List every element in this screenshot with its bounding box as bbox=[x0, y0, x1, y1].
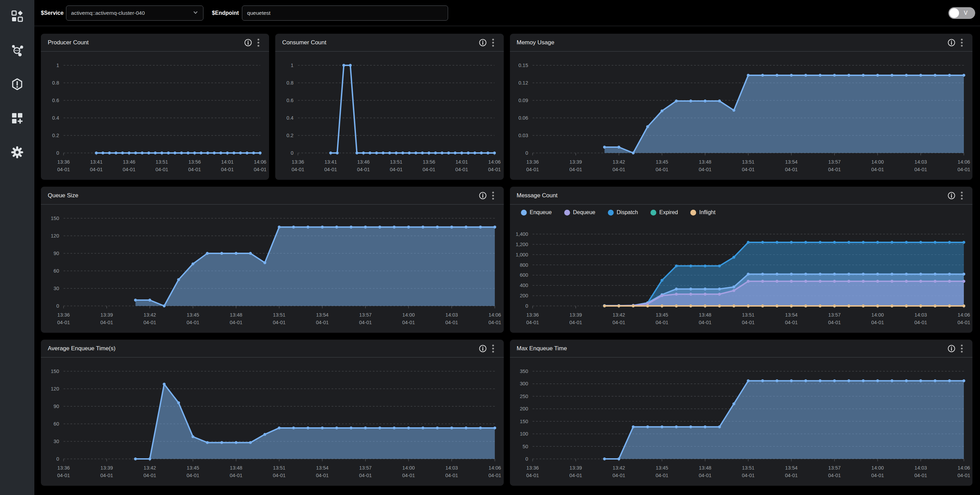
chart-canvas: 35030025020015010050013:3604-0113:3904-0… bbox=[510, 358, 973, 486]
kebab-menu-icon[interactable] bbox=[488, 344, 498, 354]
svg-text:04-01: 04-01 bbox=[741, 473, 754, 478]
panel-title: Average Enqueue Time(s) bbox=[48, 345, 477, 352]
svg-text:0.8: 0.8 bbox=[286, 80, 293, 86]
svg-text:13:51: 13:51 bbox=[742, 312, 754, 318]
svg-text:14:03: 14:03 bbox=[914, 159, 927, 165]
svg-text:14:03: 14:03 bbox=[445, 312, 458, 318]
chart-canvas: 150120906030013:3604-0113:3904-0113:4204… bbox=[41, 358, 504, 486]
svg-text:04-01: 04-01 bbox=[957, 473, 970, 478]
panel-memory-usage: Memoy Usage 0.150.120.090.060.03013:3604… bbox=[510, 34, 973, 180]
legend-chip bbox=[690, 210, 696, 215]
kebab-menu-icon[interactable] bbox=[957, 191, 967, 201]
svg-text:13:56: 13:56 bbox=[188, 159, 200, 165]
svg-text:0.09: 0.09 bbox=[518, 98, 528, 103]
sidebar-item-dashboards[interactable] bbox=[11, 112, 24, 126]
info-icon[interactable] bbox=[477, 37, 488, 48]
sidebar-item-alerting[interactable] bbox=[11, 78, 24, 91]
svg-text:120: 120 bbox=[51, 386, 59, 392]
info-icon[interactable] bbox=[946, 37, 957, 48]
panel-header: Max Enqueue Time bbox=[510, 340, 973, 358]
info-icon[interactable] bbox=[243, 37, 253, 48]
svg-text:14:00: 14:00 bbox=[402, 465, 415, 471]
chart-canvas: 10.80.60.40.2013:3604-0113:4104-0113:460… bbox=[41, 52, 269, 180]
info-icon[interactable] bbox=[477, 191, 488, 201]
info-icon[interactable] bbox=[946, 191, 957, 201]
info-icon[interactable] bbox=[946, 344, 957, 354]
svg-text:0.4: 0.4 bbox=[52, 115, 59, 121]
view-toggle[interactable]: V bbox=[948, 7, 975, 19]
svg-text:1: 1 bbox=[291, 62, 293, 68]
legend-item[interactable]: Dispatch bbox=[608, 209, 638, 215]
legend-chip bbox=[521, 210, 527, 215]
svg-text:04-01: 04-01 bbox=[123, 167, 135, 172]
legend-item[interactable]: Expired bbox=[651, 209, 678, 215]
endpoint-input[interactable] bbox=[242, 5, 448, 21]
legend-item[interactable]: Inflight bbox=[690, 209, 716, 215]
kebab-menu-icon[interactable] bbox=[957, 37, 967, 48]
topbar: $Service activemq::activemq-cluster-040 … bbox=[34, 0, 980, 26]
svg-text:04-01: 04-01 bbox=[143, 473, 156, 478]
chart-queue-size[interactable]: 150120906030013:3604-0113:3904-0113:4204… bbox=[41, 205, 504, 333]
svg-text:13:54: 13:54 bbox=[316, 465, 328, 471]
svg-text:150: 150 bbox=[51, 369, 59, 374]
svg-text:0: 0 bbox=[291, 150, 293, 156]
svg-text:13:45: 13:45 bbox=[655, 465, 668, 471]
dashboard-grid: Producer Count 10.80.60.40.2013:3604-011… bbox=[34, 27, 980, 495]
svg-text:800: 800 bbox=[520, 262, 528, 268]
chart-consumer-count[interactable]: 10.80.60.40.2013:3604-0113:4104-0113:460… bbox=[275, 52, 503, 180]
gear-icon bbox=[11, 146, 23, 160]
chart-memory-usage[interactable]: 0.150.120.090.060.03013:3604-0113:3904-0… bbox=[510, 52, 973, 180]
svg-text:04-01: 04-01 bbox=[316, 320, 328, 325]
legend-item[interactable]: Enqueue bbox=[521, 209, 552, 215]
chevron-down-icon bbox=[192, 9, 199, 17]
info-icon[interactable] bbox=[477, 344, 488, 354]
svg-text:04-01: 04-01 bbox=[292, 167, 304, 172]
svg-text:04-01: 04-01 bbox=[957, 320, 970, 325]
svg-text:04-01: 04-01 bbox=[569, 473, 582, 478]
svg-text:13:36: 13:36 bbox=[526, 465, 538, 471]
svg-text:04-01: 04-01 bbox=[785, 320, 797, 325]
panel-message-count: Message Count EnqueueDequeueDispatchExpi… bbox=[510, 187, 973, 333]
svg-text:13:46: 13:46 bbox=[123, 159, 135, 165]
svg-text:04-01: 04-01 bbox=[828, 473, 840, 478]
kebab-menu-icon[interactable] bbox=[253, 37, 264, 48]
svg-text:04-01: 04-01 bbox=[914, 473, 927, 478]
sidebar-item-topology[interactable] bbox=[11, 45, 24, 57]
sidebar-item-marketplace[interactable] bbox=[11, 10, 24, 23]
svg-text:14:06: 14:06 bbox=[488, 159, 501, 165]
svg-text:0.6: 0.6 bbox=[52, 98, 59, 103]
chart-producer-count[interactable]: 10.80.60.40.2013:3604-0113:4104-0113:460… bbox=[41, 52, 269, 180]
sidebar-item-settings[interactable] bbox=[11, 146, 24, 159]
svg-text:04-01: 04-01 bbox=[390, 167, 403, 172]
svg-text:04-01: 04-01 bbox=[100, 473, 113, 478]
svg-text:04-01: 04-01 bbox=[526, 167, 539, 172]
svg-text:04-01: 04-01 bbox=[488, 167, 501, 172]
panel-title: Queue Size bbox=[48, 192, 477, 199]
svg-text:13:39: 13:39 bbox=[570, 312, 582, 318]
sidebar bbox=[0, 0, 34, 495]
svg-text:04-01: 04-01 bbox=[402, 473, 415, 478]
svg-text:100: 100 bbox=[520, 431, 528, 436]
svg-text:04-01: 04-01 bbox=[612, 320, 625, 325]
chart-average-enqueue-time[interactable]: 150120906030013:3604-0113:3904-0113:4204… bbox=[41, 358, 504, 486]
kebab-menu-icon[interactable] bbox=[488, 37, 498, 48]
svg-text:13:48: 13:48 bbox=[698, 465, 711, 471]
kebab-menu-icon[interactable] bbox=[488, 191, 498, 201]
svg-text:0: 0 bbox=[56, 150, 59, 156]
panel-header: Queue Size bbox=[41, 187, 504, 205]
chart-max-enqueue-time[interactable]: 35030025020015010050013:3604-0113:3904-0… bbox=[510, 358, 973, 486]
chart-message-count[interactable]: 1,4001,2001,000800600400200013:3604-0113… bbox=[510, 220, 973, 333]
svg-text:04-01: 04-01 bbox=[698, 473, 711, 478]
svg-text:04-01: 04-01 bbox=[526, 473, 539, 478]
svg-text:04-01: 04-01 bbox=[155, 167, 168, 172]
kebab-menu-icon[interactable] bbox=[957, 344, 967, 354]
legend-item[interactable]: Dequeue bbox=[564, 209, 595, 215]
svg-text:13:54: 13:54 bbox=[785, 465, 797, 471]
service-select[interactable]: activemq::activemq-cluster-040 bbox=[66, 5, 204, 21]
svg-text:14:00: 14:00 bbox=[871, 312, 883, 318]
svg-text:04-01: 04-01 bbox=[828, 167, 840, 172]
svg-text:120: 120 bbox=[51, 233, 59, 239]
svg-text:150: 150 bbox=[520, 419, 528, 424]
svg-text:0.4: 0.4 bbox=[286, 115, 293, 121]
svg-text:0.15: 0.15 bbox=[518, 62, 528, 68]
